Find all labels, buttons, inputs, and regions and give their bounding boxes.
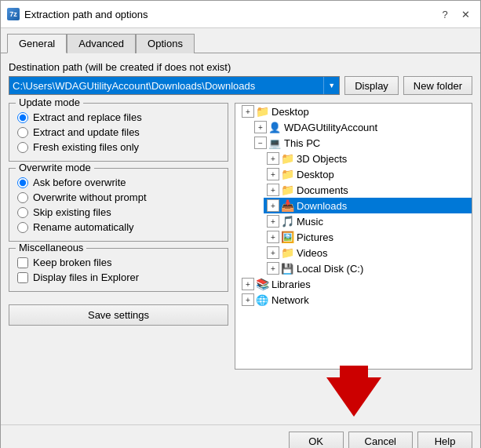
network-icon: 🌐 bbox=[256, 293, 268, 306]
save-settings-button[interactable]: Save settings bbox=[9, 304, 228, 326]
expand-wdag[interactable] bbox=[254, 121, 267, 133]
footer: OK Cancel Help bbox=[1, 424, 480, 448]
radio-extract-update-input[interactable] bbox=[17, 127, 28, 138]
close-button[interactable]: ✕ bbox=[457, 5, 474, 23]
expand-desktop-root[interactable] bbox=[242, 105, 254, 118]
expand-network[interactable] bbox=[242, 293, 254, 306]
expand-desktop-sub[interactable] bbox=[267, 168, 279, 180]
tab-general[interactable]: General bbox=[7, 34, 67, 53]
tree-item-music[interactable]: 🎵 Music bbox=[264, 213, 472, 229]
tree-item-3dobjects[interactable]: 📁 3D Objects bbox=[264, 151, 472, 166]
expand-pictures[interactable] bbox=[267, 231, 279, 243]
radio-extract-update[interactable]: Extract and update files bbox=[17, 126, 220, 138]
tab-advanced[interactable]: Advanced bbox=[67, 34, 136, 53]
red-arrow bbox=[326, 377, 381, 417]
radio-rename-auto[interactable]: Rename automatically bbox=[17, 221, 220, 233]
miscellaneous-options: Keep broken files Display files in Explo… bbox=[17, 257, 220, 283]
folder-icon-videos: 📁 bbox=[281, 246, 293, 259]
miscellaneous-group: Miscellaneous Keep broken files Display … bbox=[9, 248, 228, 292]
dest-input-wrapper[interactable]: ▼ bbox=[9, 76, 340, 95]
radio-ask-before-input[interactable] bbox=[17, 177, 28, 188]
title-bar-left: 7z Extraction path and options bbox=[7, 8, 148, 20]
main-content: Update mode Extract and replace files Ex… bbox=[9, 103, 472, 417]
tree-item-desktop-sub[interactable]: 📁 Desktop bbox=[264, 166, 472, 182]
update-mode-options: Extract and replace files Extract and up… bbox=[17, 111, 220, 153]
radio-extract-replace[interactable]: Extract and replace files bbox=[17, 111, 220, 123]
left-panel: Update mode Extract and replace files Ex… bbox=[9, 103, 228, 417]
title-bar: 7z Extraction path and options ? ✕ bbox=[1, 1, 480, 28]
dest-dropdown-btn[interactable]: ▼ bbox=[323, 77, 339, 94]
radio-skip-existing-input[interactable] bbox=[17, 207, 28, 218]
computer-icon-thispc: 💻 bbox=[268, 137, 281, 149]
update-mode-label: Update mode bbox=[16, 97, 83, 108]
window-title: Extraction path and options bbox=[24, 9, 148, 20]
folder-icon-libraries: 📚 bbox=[256, 278, 268, 290]
file-tree[interactable]: 📁 Desktop 👤 WDAGUtilityAccount 💻 This PC bbox=[235, 103, 472, 370]
main-window: 7z Extraction path and options ? ✕ Gener… bbox=[0, 0, 481, 448]
help-button[interactable]: ? bbox=[436, 5, 454, 23]
radio-extract-replace-input[interactable] bbox=[17, 112, 28, 123]
tree-item-wdag[interactable]: 👤 WDAGUtilityAccount bbox=[251, 119, 472, 135]
folder-icon-documents: 📁 bbox=[281, 184, 293, 196]
tree-item-downloads[interactable]: 📥 Downloads bbox=[264, 198, 472, 213]
radio-ask-before[interactable]: Ask before overwrite bbox=[17, 177, 220, 188]
folder-icon-desktop-root: 📁 bbox=[256, 105, 268, 118]
tab-options[interactable]: Options bbox=[136, 34, 195, 53]
display-button[interactable]: Display bbox=[344, 76, 399, 95]
overwrite-mode-group: Overwrite mode Ask before overwrite Over… bbox=[9, 168, 228, 242]
content-area: Destination path (will be created if doe… bbox=[1, 53, 480, 424]
miscellaneous-label: Miscellaneous bbox=[16, 242, 86, 253]
arrow-container bbox=[235, 370, 472, 417]
folder-icon-desktop-sub: 📁 bbox=[281, 168, 293, 180]
radio-fresh-existing[interactable]: Fresh existing files only bbox=[17, 141, 220, 153]
check-keep-broken-input[interactable] bbox=[17, 257, 28, 268]
ok-button[interactable]: OK bbox=[289, 432, 344, 448]
overwrite-mode-options: Ask before overwrite Overwrite without p… bbox=[17, 177, 220, 233]
dest-row: ▼ Display New folder bbox=[9, 76, 472, 95]
update-mode-group: Update mode Extract and replace files Ex… bbox=[9, 103, 228, 162]
tree-item-thispc[interactable]: 💻 This PC bbox=[251, 135, 472, 151]
check-keep-broken[interactable]: Keep broken files bbox=[17, 257, 220, 268]
tree-item-libraries[interactable]: 📚 Libraries bbox=[239, 276, 472, 292]
right-section: 📁 Desktop 👤 WDAGUtilityAccount 💻 This PC bbox=[235, 103, 472, 417]
expand-thispc[interactable] bbox=[254, 137, 267, 149]
expand-music[interactable] bbox=[267, 215, 279, 228]
radio-overwrite-no-prompt-input[interactable] bbox=[17, 192, 28, 203]
folder-icon-downloads: 📥 bbox=[281, 199, 293, 212]
radio-skip-existing[interactable]: Skip existing files bbox=[17, 206, 220, 218]
expand-libraries[interactable] bbox=[242, 278, 254, 290]
expand-documents[interactable] bbox=[267, 184, 279, 196]
tree-item-documents[interactable]: 📁 Documents bbox=[264, 182, 472, 198]
radio-fresh-existing-input[interactable] bbox=[17, 142, 28, 153]
tab-bar: General Advanced Options bbox=[1, 28, 480, 53]
new-folder-button[interactable]: New folder bbox=[403, 76, 472, 95]
check-display-explorer[interactable]: Display files in Explorer bbox=[17, 271, 220, 283]
tree-item-localdisk[interactable]: 💾 Local Disk (C:) bbox=[264, 260, 472, 276]
expand-3dobjects[interactable] bbox=[267, 152, 279, 165]
cancel-button[interactable]: Cancel bbox=[348, 432, 413, 448]
folder-icon-pictures: 🖼️ bbox=[281, 231, 293, 243]
dest-input[interactable] bbox=[9, 77, 323, 94]
folder-icon-3dobjects: 📁 bbox=[281, 152, 293, 165]
overwrite-mode-label: Overwrite mode bbox=[16, 162, 94, 173]
help-footer-button[interactable]: Help bbox=[417, 432, 472, 448]
app-icon: 7z bbox=[7, 8, 20, 20]
folder-icon-music: 🎵 bbox=[281, 215, 293, 228]
dest-label: Destination path (will be created if doe… bbox=[9, 61, 472, 73]
expand-downloads[interactable] bbox=[267, 199, 279, 212]
title-bar-controls: ? ✕ bbox=[436, 5, 474, 23]
expand-localdisk[interactable] bbox=[267, 262, 279, 275]
disk-icon-localdisk: 💾 bbox=[281, 262, 293, 275]
user-icon-wdag: 👤 bbox=[268, 121, 281, 133]
tree-item-desktop-root[interactable]: 📁 Desktop bbox=[239, 104, 472, 119]
tree-item-videos[interactable]: 📁 Videos bbox=[264, 245, 472, 260]
tree-item-network[interactable]: 🌐 Network bbox=[239, 292, 472, 308]
radio-rename-auto-input[interactable] bbox=[17, 222, 28, 233]
expand-videos[interactable] bbox=[267, 246, 279, 259]
check-display-explorer-input[interactable] bbox=[17, 272, 28, 283]
radio-overwrite-no-prompt[interactable]: Overwrite without prompt bbox=[17, 191, 220, 203]
tree-item-pictures[interactable]: 🖼️ Pictures bbox=[264, 229, 472, 245]
